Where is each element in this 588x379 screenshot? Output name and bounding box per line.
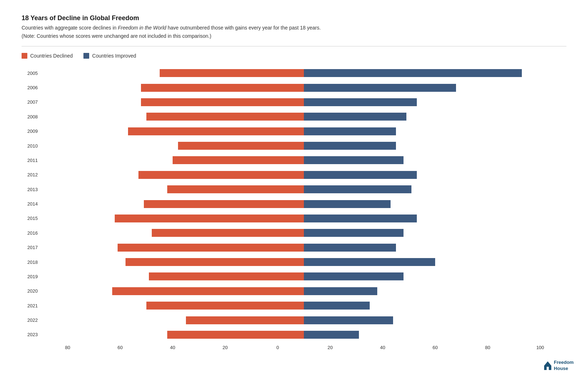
declined-bar <box>160 69 304 77</box>
declined-bar <box>141 98 304 106</box>
declined-bar <box>186 316 304 324</box>
bar-area <box>41 98 566 106</box>
left-bar-side <box>41 69 304 77</box>
bar-row: 2010 <box>22 139 566 153</box>
bar-row: 2009 <box>22 124 566 139</box>
bar-row: 2021 <box>22 298 566 313</box>
right-bar-side <box>304 171 566 179</box>
bar-area <box>41 142 566 150</box>
declined-bar <box>167 331 304 339</box>
year-label: 2010 <box>22 143 41 149</box>
improved-bar <box>304 316 393 324</box>
x-axis-label: 80 <box>41 345 94 350</box>
left-bar-side <box>41 316 304 324</box>
bar-row: 2016 <box>22 226 566 240</box>
declined-bar <box>138 171 304 179</box>
right-bar-side <box>304 98 566 106</box>
right-bar-side <box>304 156 566 164</box>
improved-bar <box>304 258 435 266</box>
legend-declined-label: Countries Declined <box>30 53 73 59</box>
dual-bar <box>41 142 566 150</box>
right-bar-side <box>304 127 566 135</box>
improved-bar <box>304 113 406 121</box>
bar-row: 2022 <box>22 313 566 327</box>
bar-area <box>41 272 566 280</box>
right-bar-side <box>304 316 566 324</box>
left-bar-side <box>41 287 304 295</box>
left-bar-side <box>41 215 304 222</box>
declined-bar <box>144 200 304 208</box>
bar-row: 2013 <box>22 182 566 197</box>
bar-area <box>41 84 566 92</box>
improved-bar <box>304 200 391 208</box>
year-label: 2016 <box>22 230 41 236</box>
subtitle-text1: Countries with aggregate score declines … <box>22 25 118 31</box>
left-bar-side <box>41 84 304 92</box>
right-bar-side <box>304 258 566 266</box>
x-axis-labels: 80604020020406080100 <box>22 345 566 350</box>
bar-area <box>41 113 566 121</box>
bar-row: 2019 <box>22 269 566 284</box>
bar-row: 2012 <box>22 168 566 182</box>
x-axis-label: 60 <box>409 345 461 350</box>
right-bar-side <box>304 302 566 310</box>
chart-container: 18 Years of Decline in Global Freedom Co… <box>0 0 588 379</box>
bar-row: 2006 <box>22 80 566 95</box>
bar-row: 2020 <box>22 284 566 298</box>
year-label: 2006 <box>22 85 41 90</box>
declined-bar <box>126 258 304 266</box>
improved-bar <box>304 84 456 92</box>
improved-bar <box>304 185 411 193</box>
year-label: 2023 <box>22 332 41 337</box>
left-bar-side <box>41 200 304 208</box>
declined-bar <box>167 185 304 193</box>
left-bar-side <box>41 229 304 237</box>
legend-declined: Countries Declined <box>22 53 73 59</box>
dual-bar <box>41 69 566 77</box>
right-bar-side <box>304 244 566 252</box>
dual-bar <box>41 127 566 135</box>
dual-bar <box>41 272 566 280</box>
right-bar-side <box>304 229 566 237</box>
left-bar-side <box>41 98 304 106</box>
x-axis-label: 60 <box>94 345 146 350</box>
bar-row: 2015 <box>22 211 566 226</box>
x-axis-label: 20 <box>199 345 251 350</box>
right-bar-side <box>304 113 566 121</box>
right-bar-side <box>304 200 566 208</box>
left-bar-side <box>41 244 304 252</box>
legend-improved: Countries Improved <box>83 53 136 59</box>
divider <box>22 46 566 46</box>
dual-bar <box>41 229 566 237</box>
freedom-house-icon <box>544 361 552 370</box>
left-bar-side <box>41 302 304 310</box>
bar-row: 2005 <box>22 66 566 80</box>
year-label: 2011 <box>22 158 41 163</box>
improved-bar <box>304 127 396 135</box>
declined-bar <box>152 229 304 237</box>
dual-bar <box>41 98 566 106</box>
left-bar-side <box>41 185 304 193</box>
subtitle-text2: have outnumbered those with gains every … <box>166 25 321 31</box>
chart-note: (Note: Countries whose scores were uncha… <box>22 33 566 39</box>
improved-bar <box>304 98 417 106</box>
bar-area <box>41 302 566 310</box>
bar-area <box>41 316 566 324</box>
year-label: 2013 <box>22 187 41 192</box>
year-label: 2008 <box>22 114 41 119</box>
legend: Countries Declined Countries Improved <box>22 53 566 59</box>
declined-bar <box>115 215 304 222</box>
improved-bar <box>304 272 404 280</box>
freedom-house-logo: FreedomHouse <box>544 360 574 372</box>
right-bar-side <box>304 287 566 295</box>
subtitle-italic: Freedom in the World <box>118 25 167 31</box>
svg-rect-2 <box>547 367 549 370</box>
left-bar-side <box>41 171 304 179</box>
improved-bar <box>304 287 377 295</box>
bar-area <box>41 171 566 179</box>
dual-bar <box>41 84 566 92</box>
year-label: 2018 <box>22 260 41 265</box>
dual-bar <box>41 287 566 295</box>
left-bar-side <box>41 331 304 339</box>
declined-bar <box>141 84 304 92</box>
